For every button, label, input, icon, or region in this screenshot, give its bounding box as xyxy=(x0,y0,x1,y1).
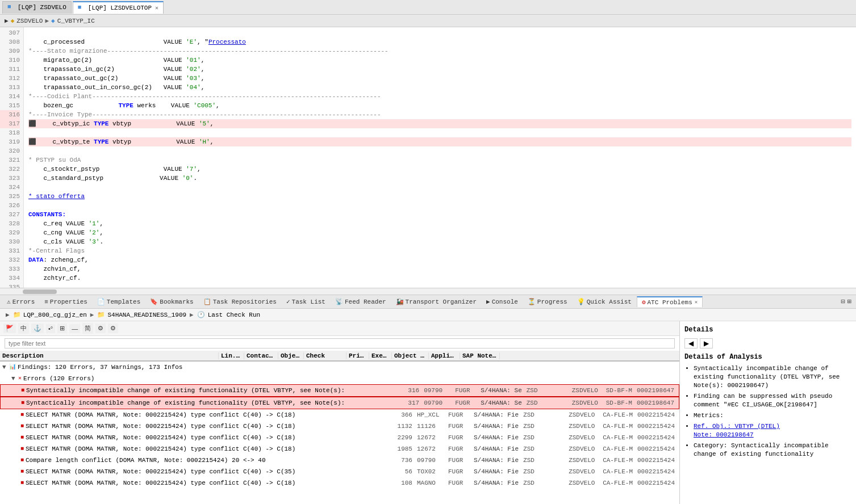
finding-row-1132[interactable]: ■ SELECT MATNR (DOMA MATNR, Note: 000221… xyxy=(0,421,679,432)
finding-contact-1132: 11126 xyxy=(415,421,446,431)
finding-row-1985[interactable]: ■ SELECT MATNR (DOMA MATNR, Note: 000221… xyxy=(0,443,679,455)
tab-atc-problems[interactable]: ⚙ ATC Problems ✕ xyxy=(637,296,703,307)
tab-console[interactable]: ▶ Console xyxy=(482,297,523,306)
finding-contact-316: 09790 xyxy=(421,385,453,396)
finding-prio-1132: ZSD xyxy=(521,421,544,431)
finding-objnum-317: ZSDVELO xyxy=(570,398,604,408)
filter-input[interactable] xyxy=(5,338,675,348)
details-forward-btn[interactable]: ▶ xyxy=(700,338,713,348)
breadcrumb-part1[interactable]: ZSDVELO xyxy=(16,18,43,24)
toolbar-table-btn[interactable]: ⊞ xyxy=(57,324,67,333)
maximize-icon[interactable]: ⊞ xyxy=(847,297,851,306)
tab-errors[interactable]: ⚠ Errors xyxy=(2,297,40,306)
bottom-tabs-bar: ⚠ Errors ≡ Properties 📄 Templates 🔖 Book… xyxy=(0,295,856,309)
finding-applic-366: CA-FLE-M xyxy=(600,410,635,420)
toolbar-settings2-btn[interactable]: ⚙ xyxy=(108,324,118,333)
results-part2[interactable]: S4HANA_READINESS_1909 xyxy=(107,312,186,318)
finding-check-366: S/4HANA: Fie xyxy=(471,410,521,420)
findings-summary-text: Findings: 120 Errors, 37 Warnings, 173 I… xyxy=(18,362,677,372)
details-item1: Syntactically incompatible change of exi… xyxy=(694,364,851,390)
toolbar-flag-btn[interactable]: 🚩 xyxy=(3,324,16,333)
finding-row-317[interactable]: ■ Syntactically incompatible change of e… xyxy=(0,397,679,409)
breadcrumb-arrow: ▶ xyxy=(5,17,9,24)
tab-transport-org[interactable]: 🚂 Transport Organizer xyxy=(391,297,482,306)
finding-row-366[interactable]: ■ SELECT MATNR (DOMA MATNR, Note: 000221… xyxy=(0,409,679,421)
tab-atc-close-icon[interactable]: ✕ xyxy=(695,299,698,305)
code-editor[interactable]: 307308309310311 312313314315 316 317 318… xyxy=(0,27,856,288)
toolbar-zh-btn[interactable]: 中 xyxy=(18,323,29,334)
results-toolbar: 🚩 中 ⚓ •° ⊞ — 简 ⚙ ⚙ xyxy=(0,321,679,336)
details-link1[interactable]: Ref. Obj.: VBTYP (DTEL) xyxy=(694,423,780,430)
results-part1[interactable]: LQP_800_cg_gjz_en xyxy=(23,312,87,318)
finding-text-317: Syntactically incompatible change of exi… xyxy=(26,398,399,408)
finding-row-736[interactable]: ■ Compare length conflict (DOMA MATNR, N… xyxy=(0,455,679,466)
finding-line-316: 316 xyxy=(399,385,421,396)
finding-sapnote-366: 0002215424 xyxy=(635,410,677,420)
finding-contact-366: HP_XCL xyxy=(415,410,446,420)
errors-group-row[interactable]: ▼ ✕ Errors (120 Errors) xyxy=(0,373,679,384)
breadcrumb-part2[interactable]: C_VBTYP_IC xyxy=(57,18,95,24)
details-link2[interactable]: Note: 0002198647 xyxy=(694,431,754,438)
scrollbar-thumb[interactable] xyxy=(23,289,57,294)
finding-sapnote-736: 0002215424 xyxy=(635,455,677,465)
tab-quick-assist[interactable]: 💡 Quick Assist xyxy=(573,297,637,306)
line-numbers: 307308309310311 312313314315 316 317 318… xyxy=(0,27,24,288)
finding-obj-366: FUGR xyxy=(446,410,471,420)
tab-close-icon[interactable]: ✕ xyxy=(155,5,158,11)
minimize-icon[interactable]: ⊟ xyxy=(841,297,845,306)
toolbar-dash-btn[interactable]: — xyxy=(69,324,80,333)
tab-lzsdvelotop[interactable]: ■ [LQP] LZSDVELOTOP ✕ xyxy=(73,1,164,14)
results-tree-arrow[interactable]: ▶ xyxy=(6,311,10,318)
col-objnum: Object Num... xyxy=(392,352,429,359)
col-contact: Contact P... xyxy=(244,352,278,359)
tab-task-list[interactable]: ✓ Task List xyxy=(282,297,331,306)
finding-check-108: S/4HANA: Fie xyxy=(471,478,521,488)
toolbar-dot-btn[interactable]: •° xyxy=(46,324,55,333)
filter-row xyxy=(0,336,679,351)
tab-console-label: Console xyxy=(492,299,518,305)
breadcrumb-icon: ◆ xyxy=(11,17,15,24)
tab-progress[interactable]: ⏳ Progress xyxy=(523,297,573,306)
finding-row-2299[interactable]: ■ SELECT MATNR (DOMA MATNR, Note: 000221… xyxy=(0,432,679,443)
toolbar-settings-btn[interactable]: ⚙ xyxy=(95,324,106,333)
finding-contact-108: MAGNO xyxy=(415,478,446,488)
details-nav: ◀ ▶ xyxy=(684,338,851,348)
finding-contact-736: 09790 xyxy=(415,455,446,465)
details-back-btn[interactable]: ◀ xyxy=(684,338,698,348)
findings-expand[interactable]: ▼ xyxy=(2,362,9,372)
tab-bookmarks[interactable]: 🔖 Bookmarks xyxy=(145,297,198,306)
finding-contact-1985: 12672 xyxy=(415,444,446,454)
results-part3[interactable]: Last Check Run xyxy=(208,312,260,318)
tab-lzsdvelotop-label: [LQP] LZSDVELOTOP xyxy=(88,5,152,11)
error-icon-108: ■ xyxy=(20,478,24,488)
toolbar-anchor-btn[interactable]: ⚓ xyxy=(31,324,44,333)
finding-row-56[interactable]: ■ SELECT MATNR (DOMA MATNR, Note: 000221… xyxy=(0,466,679,477)
finding-check-316: S/4HANA: Se xyxy=(478,385,524,396)
editor-scrollbar[interactable] xyxy=(0,288,856,295)
finding-obj-56: FUGR xyxy=(446,467,471,477)
tab-errors-label: Errors xyxy=(12,299,35,305)
errors-expand[interactable]: ▼ xyxy=(11,373,18,384)
finding-check-1985: S/4HANA: Fie xyxy=(471,444,521,454)
tab-feed-reader[interactable]: 📡 Feed Reader xyxy=(331,297,391,306)
finding-sapnote-1985: 0002215424 xyxy=(635,444,677,454)
finding-obj-108: FUGR xyxy=(446,478,471,488)
finding-prio-736: ZSD xyxy=(521,455,544,465)
col-exempt: Exem... xyxy=(369,352,392,359)
toolbar-simplify-btn[interactable]: 简 xyxy=(82,323,93,334)
finding-row-316[interactable]: ■ Syntactically incompatible change of e… xyxy=(0,384,679,397)
finding-row-108[interactable]: ■ SELECT MATNR (DOMA MATNR, Note: 000221… xyxy=(0,477,679,489)
tab-properties[interactable]: ≡ Properties xyxy=(40,297,93,306)
tab-zsdvelo[interactable]: ■ [LQP] ZSDVELO xyxy=(2,1,72,14)
finding-line-1985: 1985 xyxy=(392,444,415,454)
finding-check-2299: S/4HANA: Fie xyxy=(471,432,521,443)
finding-text-108: SELECT MATNR (DOMA MATNR, Note: 00022154… xyxy=(26,478,392,488)
finding-obj-316: FUGR xyxy=(453,385,478,396)
findings-summary-row[interactable]: ▼ 📊 Findings: 120 Errors, 37 Warnings, 1… xyxy=(0,362,679,373)
error-icon-2299: ■ xyxy=(20,432,24,443)
tab-templates[interactable]: 📄 Templates xyxy=(93,297,145,306)
finding-applic-1132: CA-FLE-M xyxy=(600,421,635,431)
finding-sapnote-2299: 0002215424 xyxy=(635,432,677,443)
tab-task-repos[interactable]: 📋 Task Repositories xyxy=(199,297,282,306)
finding-sapnote-317: 0002198647 xyxy=(634,398,677,408)
